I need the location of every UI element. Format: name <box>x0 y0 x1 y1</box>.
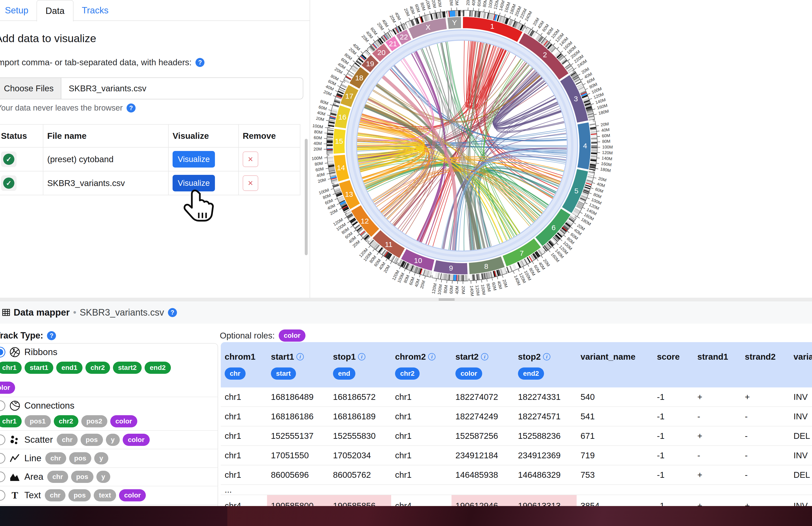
mapping-badge-color[interactable]: color <box>455 368 482 380</box>
help-icon[interactable]: ? <box>168 308 177 317</box>
column-header-stop1: stop1iend <box>329 342 391 387</box>
svg-text:3: 3 <box>574 95 578 103</box>
cell-strand1: + <box>693 426 740 445</box>
track-type-text[interactable]: TTextchrpostextcolor <box>0 486 218 505</box>
mapping-badge-start[interactable]: start <box>271 368 296 380</box>
cell-strand1: + <box>693 495 740 506</box>
svg-text:13: 13 <box>345 190 353 198</box>
svg-text:100M: 100M <box>312 123 323 130</box>
cell-start1: 17051550 <box>267 446 329 465</box>
tab-data[interactable]: Data <box>37 0 73 22</box>
field-badge-pos: pos <box>68 489 91 501</box>
column-header-score: score <box>657 342 693 387</box>
mapping-badge-end2[interactable]: end2 <box>518 368 544 380</box>
radio-connections[interactable] <box>0 400 5 411</box>
radio-text[interactable] <box>0 490 5 501</box>
cell-score: -1 <box>657 495 693 506</box>
column-header-chrom1: chrom1chr <box>221 342 267 387</box>
svg-text:60M: 60M <box>449 285 454 294</box>
svg-text:15: 15 <box>335 137 343 145</box>
field-badge-chr: chr <box>45 452 66 465</box>
privacy-note: Your data never leaves the browser <box>0 103 123 113</box>
cell-strand2: - <box>740 446 789 465</box>
mapping-badge-chr2[interactable]: chr2 <box>395 368 420 380</box>
help-icon[interactable]: ? <box>47 331 56 340</box>
cell-variant_name: 540 <box>577 387 657 407</box>
ribbons-icon <box>9 346 20 358</box>
cell-strand1: + <box>693 387 740 407</box>
svg-text:16: 16 <box>338 113 346 121</box>
file-input[interactable]: Choose Files SKBR3_variants.csv <box>0 77 303 99</box>
help-icon[interactable]: ? <box>195 58 204 67</box>
svg-text:80M: 80M <box>602 139 610 144</box>
choose-files-button[interactable]: Choose Files <box>0 78 61 99</box>
info-icon[interactable]: i <box>296 353 304 360</box>
column-header-start2: start2icolor <box>451 342 514 387</box>
track-type-line[interactable]: Linechrposy <box>0 449 218 468</box>
cell-start1: 152555137 <box>267 426 329 445</box>
field-badge-color: color <box>110 415 137 427</box>
field-badge-chr: chr <box>47 471 68 483</box>
track-type-label: Track Type: <box>0 330 43 341</box>
info-icon[interactable]: i <box>543 353 550 360</box>
mapping-badge-end[interactable]: end <box>333 368 356 380</box>
cell-strand2: - <box>740 465 789 484</box>
field-badge-end2: end2 <box>145 361 171 374</box>
track-type-connections[interactable]: Connectionschr1pos1chr2pos2color <box>0 397 218 431</box>
panel-splitter[interactable] <box>0 298 812 301</box>
column-header-variant_name: variant_name <box>577 342 657 387</box>
tab-tracks[interactable]: Tracks <box>82 0 108 21</box>
cell-varia: INV <box>789 446 812 465</box>
status-ok-icon: ✓ <box>3 177 14 189</box>
cell-chrom1: chr4 <box>221 495 267 506</box>
track-type-ribbons[interactable]: Ribbonschr1start1end1chr2start2end2color <box>0 344 218 397</box>
field-badge-pos: pos <box>69 452 91 465</box>
remove-button[interactable]: × <box>243 175 258 191</box>
info-icon[interactable]: i <box>428 353 435 360</box>
tab-setup[interactable]: Setup <box>5 0 28 21</box>
field-badge-color: color <box>0 382 15 394</box>
cell-score: -1 <box>657 446 693 465</box>
track-type-area[interactable]: Areachrposy <box>0 468 218 486</box>
svg-text:9: 9 <box>449 264 453 272</box>
svg-text:2: 2 <box>543 51 547 59</box>
field-badge-chr1: chr1 <box>0 415 21 427</box>
left-panel-scrollbar[interactable] <box>305 139 308 255</box>
mapping-badge-chr[interactable]: chr <box>224 368 246 380</box>
import-instructions: Import comma- or tab-separated data, wit… <box>0 57 191 67</box>
cell-stop2: 182274571 <box>514 407 577 426</box>
files-col-remove: Remove <box>238 125 300 147</box>
svg-text:20M: 20M <box>317 177 327 184</box>
radio-area[interactable] <box>0 471 5 482</box>
help-icon[interactable]: ? <box>127 103 135 113</box>
field-badge-text: text <box>94 489 116 501</box>
svg-text:80M: 80M <box>485 283 492 292</box>
import-instructions-row: Import comma- or tab-separated data, wit… <box>0 57 204 67</box>
connections-icon <box>9 400 20 411</box>
cell-strand2: - <box>740 407 789 426</box>
line-icon <box>9 453 20 464</box>
page-title: Add data to visualize <box>0 32 96 45</box>
info-icon[interactable]: i <box>358 353 365 360</box>
svg-text:60M: 60M <box>476 0 482 6</box>
cell-start2: 182274249 <box>451 407 514 426</box>
visualize-button[interactable]: Visualize <box>173 151 215 168</box>
svg-text:40M: 40M <box>454 0 459 5</box>
visualize-button[interactable]: Visualize <box>173 175 215 191</box>
track-type-scatter[interactable]: Scatterchrposycolor <box>0 431 218 449</box>
svg-text:20M: 20M <box>316 116 325 122</box>
info-icon[interactable]: i <box>481 353 488 360</box>
remove-button[interactable]: × <box>243 152 258 167</box>
svg-text:100M: 100M <box>480 284 486 295</box>
radio-line[interactable] <box>0 453 5 464</box>
circos-plot[interactable]: 120M40M60M80M100M120M140M160M180M200M220… <box>310 0 812 298</box>
radio-ribbons[interactable] <box>0 347 5 357</box>
field-badge-chr: chr <box>57 434 78 446</box>
cell-varia: DEL <box>789 426 812 445</box>
cell-stop2: 182274331 <box>514 387 577 407</box>
cell-varia: DEL <box>789 465 812 484</box>
cell-strand1: + <box>693 465 740 484</box>
radio-scatter[interactable] <box>0 435 5 445</box>
cell-strand2: + <box>740 387 789 407</box>
svg-text:40M: 40M <box>601 127 610 133</box>
